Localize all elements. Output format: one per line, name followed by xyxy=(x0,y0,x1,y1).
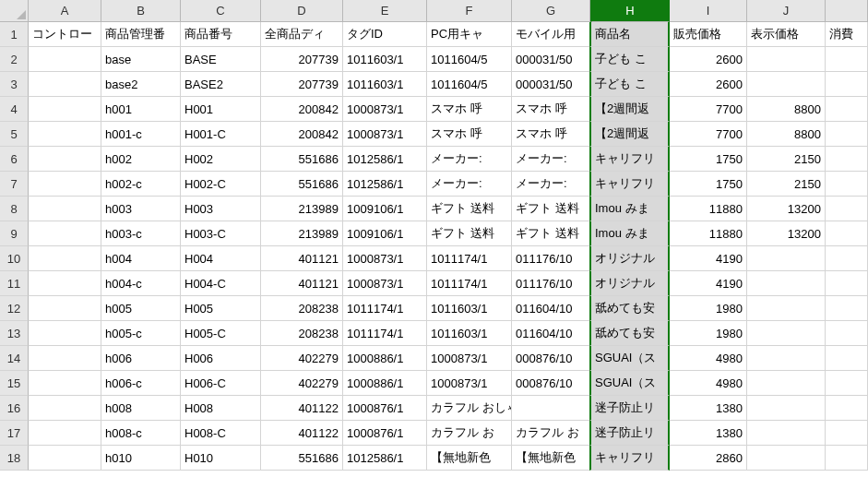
cell-A9[interactable] xyxy=(29,221,101,246)
cell-I2[interactable]: 2600 xyxy=(670,47,747,72)
cell-C7[interactable]: H002-C xyxy=(181,172,261,197)
cell-partial-2[interactable] xyxy=(826,47,868,72)
row-header-15[interactable]: 15 xyxy=(0,371,29,396)
column-header-F[interactable]: F xyxy=(427,0,512,22)
cell-B16[interactable]: h008 xyxy=(101,396,181,421)
cell-B8[interactable]: h003 xyxy=(101,197,181,221)
cell-D2[interactable]: 207739 xyxy=(261,47,343,72)
cell-F6[interactable]: メーカー: xyxy=(427,147,512,172)
cell-I3[interactable]: 2600 xyxy=(670,72,747,97)
cell-B5[interactable]: h001-c xyxy=(101,122,181,147)
cell-B3[interactable]: base2 xyxy=(101,72,181,97)
header-cell-H[interactable]: 商品名 xyxy=(589,22,670,47)
cell-partial-4[interactable] xyxy=(826,97,868,122)
cell-J12[interactable] xyxy=(747,296,826,321)
cell-partial-3[interactable] xyxy=(826,72,868,97)
cell-J5[interactable]: 8800 xyxy=(747,122,826,147)
cell-A16[interactable] xyxy=(29,396,101,421)
cell-F3[interactable]: 1011604/5 xyxy=(427,72,512,97)
cell-D5[interactable]: 200842 xyxy=(261,122,343,147)
cell-E17[interactable]: 1000876/1 xyxy=(343,421,427,446)
cell-H4[interactable]: 【2週間返 xyxy=(589,97,670,122)
cell-D8[interactable]: 213989 xyxy=(261,197,343,221)
cell-D15[interactable]: 402279 xyxy=(261,371,343,396)
cell-A14[interactable] xyxy=(29,346,101,371)
row-header-13[interactable]: 13 xyxy=(0,321,29,346)
cell-H11[interactable]: オリジナル xyxy=(589,271,670,296)
cell-J6[interactable]: 2150 xyxy=(747,147,826,172)
column-header-partial[interactable] xyxy=(826,0,868,22)
cell-C11[interactable]: H004-C xyxy=(181,271,261,296)
cell-H16[interactable]: 迷子防止リ xyxy=(589,396,670,421)
cell-H10[interactable]: オリジナル xyxy=(589,246,670,271)
cell-G9[interactable]: ギフト 送料 xyxy=(512,221,590,246)
cell-J2[interactable] xyxy=(747,47,826,72)
cell-I9[interactable]: 11880 xyxy=(670,221,747,246)
row-header-18[interactable]: 18 xyxy=(0,446,29,471)
header-cell-I[interactable]: 販売価格 xyxy=(670,22,747,47)
cell-G13[interactable]: 011604/10 xyxy=(512,321,590,346)
select-all-corner[interactable] xyxy=(0,0,29,22)
header-cell-G[interactable]: モバイル用 xyxy=(512,22,590,47)
cell-I12[interactable]: 1980 xyxy=(670,296,747,321)
cell-J8[interactable]: 13200 xyxy=(747,197,826,221)
cell-C6[interactable]: H002 xyxy=(181,147,261,172)
cell-C13[interactable]: H005-C xyxy=(181,321,261,346)
cell-I15[interactable]: 4980 xyxy=(670,371,747,396)
cell-I16[interactable]: 1380 xyxy=(670,396,747,421)
cell-D16[interactable]: 401122 xyxy=(261,396,343,421)
cell-D17[interactable]: 401122 xyxy=(261,421,343,446)
cell-C10[interactable]: H004 xyxy=(181,246,261,271)
cell-J14[interactable] xyxy=(747,346,826,371)
cell-partial-1[interactable]: 消費 xyxy=(826,22,868,47)
cell-H6[interactable]: キャリフリ xyxy=(589,147,670,172)
column-header-I[interactable]: I xyxy=(670,0,747,22)
cell-B9[interactable]: h003-c xyxy=(101,221,181,246)
cell-F10[interactable]: 1011174/1 xyxy=(427,246,512,271)
row-header-17[interactable]: 17 xyxy=(0,421,29,446)
cell-F12[interactable]: 1011603/1 xyxy=(427,296,512,321)
cell-C5[interactable]: H001-C xyxy=(181,122,261,147)
row-header-16[interactable]: 16 xyxy=(0,396,29,421)
cell-C4[interactable]: H001 xyxy=(181,97,261,122)
cell-B17[interactable]: h008-c xyxy=(101,421,181,446)
cell-D3[interactable]: 207739 xyxy=(261,72,343,97)
cell-C15[interactable]: H006-C xyxy=(181,371,261,396)
cell-G15[interactable]: 000876/10 xyxy=(512,371,590,396)
cell-C9[interactable]: H003-C xyxy=(181,221,261,246)
cell-H12[interactable]: 舐めても安 xyxy=(589,296,670,321)
cell-partial-9[interactable] xyxy=(826,221,868,246)
cell-H3[interactable]: 子ども こ xyxy=(589,72,670,97)
cell-G11[interactable]: 011176/10 xyxy=(512,271,590,296)
cell-B10[interactable]: h004 xyxy=(101,246,181,271)
cell-C16[interactable]: H008 xyxy=(181,396,261,421)
cell-F11[interactable]: 1011174/1 xyxy=(427,271,512,296)
cell-A18[interactable] xyxy=(29,446,101,471)
cell-partial-16[interactable] xyxy=(826,396,868,421)
cell-C8[interactable]: H003 xyxy=(181,197,261,221)
cell-E9[interactable]: 1009106/1 xyxy=(343,221,427,246)
cell-A17[interactable] xyxy=(29,421,101,446)
row-header-6[interactable]: 6 xyxy=(0,147,29,172)
cell-I10[interactable]: 4190 xyxy=(670,246,747,271)
cell-A6[interactable] xyxy=(29,147,101,172)
cell-D9[interactable]: 213989 xyxy=(261,221,343,246)
cell-G3[interactable]: 000031/50 xyxy=(512,72,590,97)
cell-H15[interactable]: SGUAI（ス xyxy=(589,371,670,396)
cell-I14[interactable]: 4980 xyxy=(670,346,747,371)
cell-A3[interactable] xyxy=(29,72,101,97)
cell-C3[interactable]: BASE2 xyxy=(181,72,261,97)
cell-H2[interactable]: 子ども こ xyxy=(589,47,670,72)
cell-B18[interactable]: h010 xyxy=(101,446,181,471)
cell-F17[interactable]: カラフル お xyxy=(427,421,512,446)
cell-A4[interactable] xyxy=(29,97,101,122)
cell-J17[interactable] xyxy=(747,421,826,446)
cell-F5[interactable]: スマホ 呼 xyxy=(427,122,512,147)
cell-E13[interactable]: 1011174/1 xyxy=(343,321,427,346)
cell-A8[interactable] xyxy=(29,197,101,221)
cell-partial-18[interactable] xyxy=(826,446,868,471)
cell-D14[interactable]: 402279 xyxy=(261,346,343,371)
cell-D6[interactable]: 551686 xyxy=(261,147,343,172)
row-header-9[interactable]: 9 xyxy=(0,221,29,246)
cell-E18[interactable]: 1012586/1 xyxy=(343,446,427,471)
